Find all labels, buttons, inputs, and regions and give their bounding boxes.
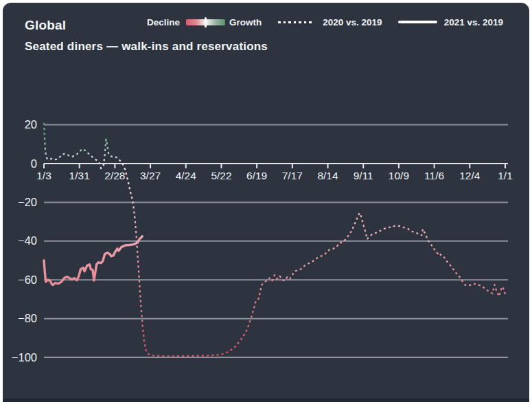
solid-line-sample-icon <box>398 21 437 23</box>
x-tick-label-2/28: 2/28 <box>104 170 125 181</box>
x-tick-label-11/6: 11/6 <box>424 170 444 181</box>
legend-2021-label: 2021 vs. 2019 <box>444 17 503 27</box>
y-tick-label-−20: −20 <box>18 196 37 208</box>
x-tick-label-5/22: 5/22 <box>211 170 231 181</box>
decline-growth-gradient-bar <box>186 19 225 25</box>
x-tick-label-6/19: 6/19 <box>246 170 267 181</box>
x-tick-label-8/14: 8/14 <box>317 170 338 181</box>
chart-subtitle: Seated diners — walk-ins and reservation… <box>25 40 268 54</box>
x-tick-label-1/3: 1/3 <box>36 170 51 181</box>
x-tick-label-1/1: 1/1 <box>498 170 513 181</box>
legend-decline-label: Decline <box>147 17 180 27</box>
screenshot-stage: Global Seated diners — walk-ins and rese… <box>0 0 532 402</box>
x-tick-label-10/9: 10/9 <box>389 170 409 181</box>
legend-2020-label: 2020 vs. 2019 <box>323 17 382 27</box>
series-line-2020-2019 <box>44 123 505 357</box>
y-tick-label-−60: −60 <box>18 273 37 286</box>
gradient-midpoint-tick <box>205 17 207 27</box>
x-tick-label-3/27: 3/27 <box>140 170 161 181</box>
x-tick-label-4/24: 4/24 <box>176 170 197 181</box>
x-tick-label-1/31: 1/31 <box>69 170 90 181</box>
y-tick-label-−40: −40 <box>18 234 37 247</box>
chart-canvas: 200−20−40−60−80−1001/31/312/283/274/245/… <box>0 0 532 402</box>
x-tick-label-7/17: 7/17 <box>282 170 303 181</box>
x-tick-label-12/4: 12/4 <box>459 170 481 181</box>
legend-growth-label: Growth <box>229 17 262 27</box>
series-line-2021-2019 <box>44 236 142 285</box>
y-tick-label-−80: −80 <box>18 312 37 324</box>
dashed-line-sample-icon <box>278 21 314 23</box>
y-tick-label-0: 0 <box>31 157 37 170</box>
chart-legend: Decline Growth 2020 vs. 2019 2021 vs. 20… <box>147 14 503 30</box>
y-tick-label-20: 20 <box>25 118 37 131</box>
x-tick-label-9/11: 9/11 <box>354 170 373 181</box>
y-tick-label-−100: −100 <box>12 351 37 364</box>
